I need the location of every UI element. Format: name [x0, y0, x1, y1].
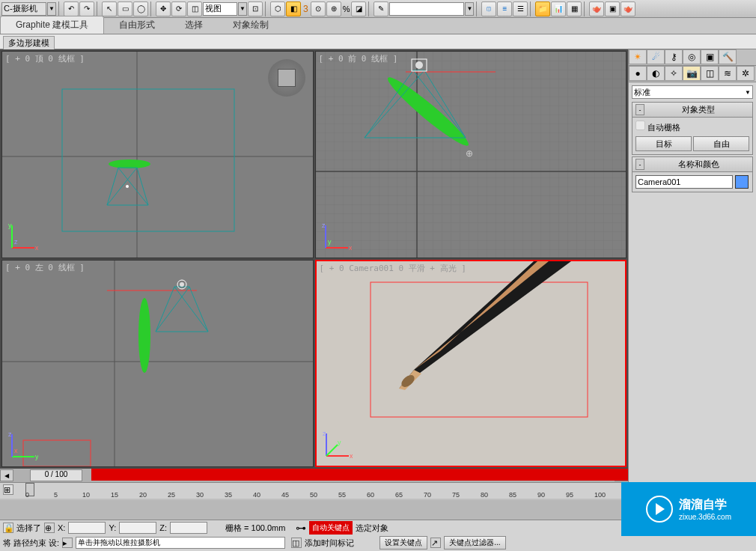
add-time-tag-label[interactable]: 添加时间标记	[305, 538, 354, 549]
auto-key-button[interactable]: 自动关键点	[309, 521, 353, 535]
helpers-subtab-icon[interactable]: ◫	[701, 66, 719, 81]
snap-toggle-icon[interactable]: ⬡	[270, 1, 285, 16]
render-setup-icon[interactable]: 🫖	[589, 1, 604, 16]
key-filters-icon[interactable]: ↗	[430, 538, 441, 548]
x-label: X:	[58, 523, 65, 532]
camera-dropdown[interactable]: C-摄影机	[1, 2, 46, 16]
viewport-front-label: [ + 0 前 0 线框 ]	[319, 53, 398, 64]
ribbon-tabs: Graphite 建模工具 自由形式 选择 对象绘制	[0, 18, 756, 34]
auto-grid-checkbox[interactable]: 自动栅格	[635, 123, 680, 132]
svg-line-4	[118, 168, 148, 205]
rotate-gizmo-icon[interactable]: ⟳	[171, 1, 186, 16]
select-lasso-icon[interactable]: ◯	[133, 1, 148, 16]
key-icon[interactable]: ⊶	[296, 522, 306, 534]
systems-subtab-icon[interactable]: ✲	[737, 66, 755, 81]
object-type-rollout: - 对象类型 自动栅格 目标 自由	[632, 102, 753, 155]
percent-snap-icon[interactable]: ⊙	[311, 1, 326, 16]
select-arrow-icon[interactable]: ↖	[102, 1, 117, 16]
spacewarps-subtab-icon[interactable]: ≋	[719, 66, 737, 81]
svg-text:y: y	[8, 222, 12, 229]
curve-editor-icon[interactable]: 📁	[535, 1, 550, 16]
svg-line-5	[107, 168, 137, 205]
ruler-tick-label: 15	[111, 491, 118, 499]
time-ruler[interactable]: ⊞ 05101520253035404550556065707580859095…	[0, 482, 628, 499]
viewport-camera[interactable]: [ + 0 Camera001 0 平滑 + 高光 ] x z y	[315, 260, 627, 467]
lights-subtab-icon[interactable]: ✧	[665, 66, 683, 81]
tab-object-paint[interactable]: 对象绘制	[218, 16, 284, 34]
z-coord-input[interactable]	[170, 522, 207, 534]
display-tab-icon[interactable]: ▣	[701, 49, 719, 64]
edge-constraint-icon[interactable]: ◪	[351, 1, 366, 16]
motion-tab-icon[interactable]: ◎	[683, 49, 701, 64]
create-tab-icon[interactable]: ✴	[629, 49, 647, 64]
timeline-track[interactable]	[91, 469, 628, 481]
modify-tab-icon[interactable]: ☄	[647, 49, 665, 64]
svg-point-20	[415, 61, 423, 69]
align-icon[interactable]: ≡	[497, 1, 512, 16]
select-rect-icon[interactable]: ▭	[118, 1, 132, 16]
key-filters-button[interactable]: 关键点过滤器...	[444, 536, 505, 550]
timeline-left-arrow[interactable]: ◀	[0, 469, 13, 481]
maxscript-label: 将 路径约束 设:	[3, 538, 59, 549]
render-frame-icon[interactable]: ▣	[605, 1, 620, 16]
maxscript-icon[interactable]: ▸	[62, 538, 73, 548]
svg-text:⊕: ⊕	[466, 148, 473, 159]
viewport-left[interactable]: [ + 0 左 0 线框 ] y z x	[1, 260, 314, 467]
coord-dropdown-arrow[interactable]: ▼	[238, 2, 247, 16]
lock-selection-icon[interactable]: 🔒	[3, 523, 13, 533]
utilities-tab-icon[interactable]: 🔨	[719, 49, 737, 64]
hierarchy-tab-icon[interactable]: ⚷	[665, 49, 683, 64]
rollout-toggle[interactable]: -	[635, 104, 644, 115]
schematic-view-icon[interactable]: 📊	[551, 1, 566, 16]
cameras-subtab-icon[interactable]: 📷	[683, 66, 701, 81]
svg-point-30	[138, 298, 150, 373]
y-coord-input[interactable]	[119, 522, 156, 534]
rollout-toggle-2[interactable]: -	[635, 159, 644, 170]
target-camera-button[interactable]: 目标	[635, 136, 692, 151]
viewport-container: [ + 0 顶 0 线框 ] x y z [ + 0 前 0 线框 ]	[0, 49, 628, 469]
time-tag-icon[interactable]: ◫	[291, 538, 302, 548]
ruler-tick-label: 35	[225, 491, 232, 499]
move-gizmo-icon[interactable]: ✥	[156, 1, 171, 16]
camera-type-dropdown[interactable]: 标准▼	[632, 85, 753, 99]
object-color-swatch[interactable]	[735, 175, 749, 189]
pivot-center-icon[interactable]: ⊡	[248, 1, 263, 16]
ruler-tick-label: 5	[54, 491, 58, 499]
ruler-tick-label: 100	[594, 491, 606, 499]
subtab-polymodel[interactable]: 多边形建模	[3, 36, 55, 50]
tab-freeform[interactable]: 自由形式	[104, 16, 170, 34]
selection-set-input[interactable]	[389, 2, 464, 16]
geometry-subtab-icon[interactable]: ●	[629, 66, 647, 81]
undo-button[interactable]: ↶	[64, 1, 79, 16]
free-camera-button[interactable]: 自由	[693, 136, 749, 151]
axis-gizmo-camera: x z y	[323, 430, 353, 460]
angle-snap-icon[interactable]: ◧	[286, 1, 301, 16]
redo-button[interactable]: ↷	[79, 1, 94, 16]
spinner-snap-icon[interactable]: ⊕	[326, 1, 341, 16]
set-key-button[interactable]: 设置关键点	[379, 536, 427, 550]
viewport-top[interactable]: [ + 0 顶 0 线框 ] x y z	[1, 51, 314, 258]
viewcube[interactable]	[268, 59, 305, 97]
mirror-icon[interactable]: ⎅	[481, 1, 496, 16]
coord-display-icon[interactable]: ⊕	[44, 523, 55, 533]
viewport-front[interactable]: [ + 0 前 0 线框 ] ⊕ x z y	[315, 51, 627, 258]
scale-gizmo-icon[interactable]: ◫	[187, 1, 202, 16]
selection-set-arrow[interactable]: ▼	[465, 2, 474, 16]
named-selection-icon[interactable]: ✎	[374, 1, 388, 16]
main-toolbar: C-摄影机 ▼ ↶ ↷ ↖ ▭ ◯ ✥ ⟳ ◫ 视图 ▼ ⊡ ⬡ ◧ 3 ⊙ ⊕…	[0, 0, 756, 18]
tab-graphite[interactable]: Graphite 建模工具	[0, 16, 104, 34]
key-mode-icon[interactable]: ⊞	[3, 484, 13, 495]
coord-system-dropdown[interactable]: 视图	[203, 2, 237, 16]
layers-icon[interactable]: ☰	[513, 1, 528, 16]
material-editor-icon[interactable]: ▦	[567, 1, 582, 16]
ruler-tick-label: 95	[566, 491, 573, 499]
shapes-subtab-icon[interactable]: ◐	[647, 66, 665, 81]
svg-text:x: x	[14, 447, 18, 454]
x-coord-input[interactable]	[68, 522, 106, 534]
tab-selection[interactable]: 选择	[170, 16, 218, 34]
time-slider-handle[interactable]: 0 / 100	[30, 469, 82, 481]
camera-dropdown-arrow[interactable]: ▼	[47, 2, 56, 16]
object-name-input[interactable]	[635, 175, 733, 189]
render-icon[interactable]: 🫖	[621, 1, 635, 16]
ribbon-subpanel: 多边形建模	[0, 34, 756, 49]
